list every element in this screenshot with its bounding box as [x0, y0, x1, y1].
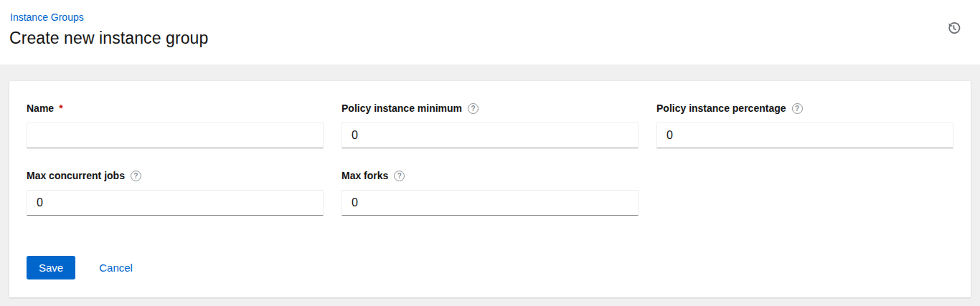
required-asterisk: * — [59, 102, 62, 114]
history-icon — [947, 27, 961, 37]
instance-group-form: Name * Policy instance minimum ? — [27, 102, 953, 279]
field-policy-instance-percentage: Policy instance percentage ? — [656, 102, 953, 148]
field-policy-instance-percentage-label-row: Policy instance percentage ? — [656, 102, 953, 114]
field-max-forks: Max forks ? — [341, 170, 639, 216]
cancel-button[interactable]: Cancel — [99, 262, 133, 274]
policy-instance-percentage-input[interactable] — [656, 123, 953, 148]
form-card: Name * Policy instance minimum ? — [9, 81, 971, 297]
field-max-concurrent-jobs-label-row: Max concurrent jobs ? — [27, 170, 324, 181]
breadcrumb-link-instance-groups[interactable]: Instance Groups — [10, 11, 84, 23]
page-header: Instance Groups Create new instance grou… — [0, 0, 980, 64]
breadcrumb: Instance Groups — [9, 11, 963, 23]
field-policy-instance-minimum: Policy instance minimum ? — [341, 102, 639, 148]
activity-stream-button[interactable] — [946, 20, 962, 37]
field-name-label-row: Name * — [27, 102, 324, 114]
field-policy-instance-minimum-label-row: Policy instance minimum ? — [341, 102, 639, 114]
max-forks-input[interactable] — [341, 190, 639, 216]
help-icon[interactable]: ? — [468, 103, 479, 114]
name-input[interactable] — [27, 123, 324, 148]
field-max-forks-label-row: Max forks ? — [341, 170, 639, 181]
field-policy-instance-minimum-label: Policy instance minimum — [341, 102, 462, 114]
form-actions: Save Cancel — [27, 256, 953, 279]
policy-instance-minimum-input[interactable] — [341, 123, 639, 148]
empty-grid-cell — [656, 170, 953, 216]
main-content: Name * Policy instance minimum ? — [0, 64, 980, 306]
page-title: Create new instance group — [9, 27, 963, 49]
help-icon[interactable]: ? — [131, 171, 141, 181]
form-grid: Name * Policy instance minimum ? — [27, 102, 953, 216]
field-name-label: Name — [27, 102, 54, 114]
save-button[interactable]: Save — [27, 256, 75, 279]
max-concurrent-jobs-input[interactable] — [27, 190, 324, 216]
field-name: Name * — [27, 102, 324, 148]
field-max-concurrent-jobs-label: Max concurrent jobs — [27, 170, 125, 181]
help-icon[interactable]: ? — [394, 171, 405, 181]
field-policy-instance-percentage-label: Policy instance percentage — [656, 102, 786, 114]
page: Instance Groups Create new instance grou… — [0, 0, 980, 306]
field-max-concurrent-jobs: Max concurrent jobs ? — [27, 170, 324, 216]
help-icon[interactable]: ? — [792, 103, 803, 114]
field-max-forks-label: Max forks — [341, 170, 388, 181]
